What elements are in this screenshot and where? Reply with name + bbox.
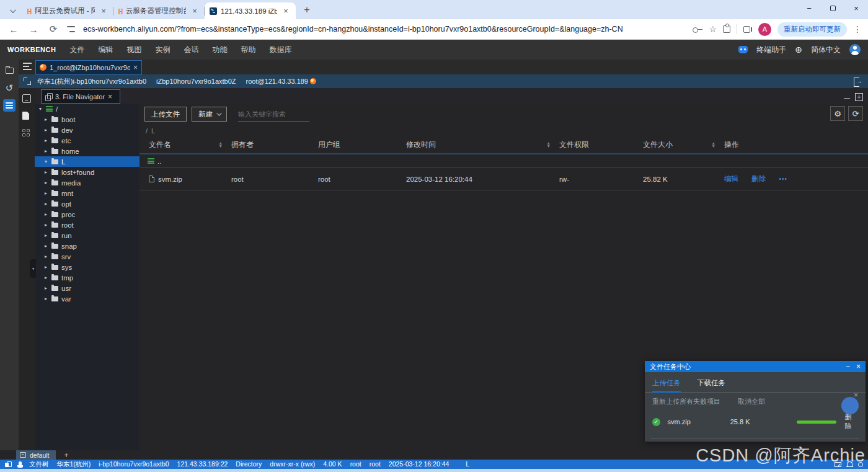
menu-item[interactable]: 视图 — [126, 45, 141, 55]
user-avatar-icon[interactable] — [849, 44, 861, 55]
header-size[interactable]: 文件大小 — [643, 140, 724, 150]
chevron-right-icon[interactable] — [45, 201, 51, 207]
tree-item-lost+found[interactable]: lost+found — [35, 167, 140, 177]
add-panel-icon[interactable] — [855, 93, 863, 101]
delete-link[interactable]: 删除 — [751, 175, 766, 182]
tree-item-proc[interactable]: proc — [35, 209, 140, 220]
retry-failed-link[interactable]: 重新上传所有失败项目 — [652, 397, 720, 406]
browser-tab-active[interactable]: 121.43.33.189 iZbp10horu7v... — [205, 2, 296, 19]
chevron-right-icon[interactable] — [45, 190, 51, 196]
chevron-down-icon[interactable] — [39, 106, 46, 112]
header-modified[interactable]: 修改时间 — [406, 140, 559, 150]
tree-item-mnt[interactable]: mnt — [35, 188, 140, 198]
chevron-right-icon[interactable] — [45, 117, 51, 122]
add-session-icon[interactable] — [795, 45, 802, 55]
password-key-icon[interactable] — [693, 27, 702, 32]
tree-item-srv[interactable]: srv — [35, 251, 140, 262]
profile-avatar[interactable]: A — [758, 23, 771, 36]
new-tab-button[interactable] — [299, 2, 314, 17]
tree-item-run[interactable]: run — [35, 230, 140, 241]
bookmark-star-icon[interactable] — [709, 24, 717, 35]
browser-menu-icon[interactable] — [853, 24, 862, 35]
chevron-right-icon[interactable] — [45, 169, 51, 175]
chevron-right-icon[interactable] — [45, 296, 51, 301]
terminal-panel-icon[interactable] — [22, 94, 31, 103]
minimize-button[interactable] — [797, 0, 821, 16]
menu-item[interactable]: 数据库 — [269, 45, 291, 55]
disconnect-icon[interactable] — [854, 78, 862, 86]
expand-icon[interactable] — [24, 78, 31, 85]
terminal-tab-default[interactable]: default — [16, 450, 56, 460]
close-icon[interactable] — [99, 6, 108, 16]
search-box[interactable] — [238, 107, 309, 122]
menu-item[interactable]: 文件 — [69, 45, 84, 55]
tree-item-etc[interactable]: etc — [35, 135, 140, 146]
back-button[interactable] — [6, 24, 21, 35]
close-icon[interactable] — [108, 92, 112, 101]
tree-item-snap[interactable]: snap — [35, 241, 140, 251]
tab-download-tasks[interactable]: 下载任务 — [697, 378, 725, 393]
files-status-icon[interactable] — [5, 461, 11, 468]
close-icon[interactable] — [856, 362, 861, 371]
tree-item-usr[interactable]: usr — [35, 283, 140, 293]
instances-button[interactable] — [3, 99, 16, 112]
history-button[interactable] — [3, 82, 16, 94]
chevron-right-icon[interactable] — [45, 212, 51, 217]
search-input[interactable] — [238, 110, 309, 118]
minimize-icon[interactable] — [846, 362, 850, 371]
close-icon[interactable] — [133, 63, 138, 72]
sort-icon[interactable] — [712, 141, 715, 148]
chevron-right-icon[interactable] — [45, 148, 51, 154]
tree-item-sys[interactable]: sys — [35, 262, 140, 272]
tree-item-opt[interactable]: opt — [35, 198, 140, 209]
site-info-icon[interactable] — [66, 25, 78, 33]
browser-tab-1[interactable]: [-] 阿里云免费试用 - 阿里云 — [22, 2, 113, 19]
forward-button[interactable] — [26, 24, 41, 35]
feedback-float-button[interactable] — [841, 397, 859, 414]
terminal-assistant-button[interactable]: 终端助手 — [756, 45, 786, 55]
task-center-header[interactable]: 文件任务中心 — [645, 361, 866, 372]
tree-item-media[interactable]: media — [35, 177, 140, 188]
minimize-panel-icon[interactable] — [844, 91, 850, 102]
table-row[interactable]: svm.zip root root 2025-03-12 16:20:44 rw… — [140, 168, 868, 190]
menu-item[interactable]: 会话 — [184, 45, 198, 55]
menu-item[interactable]: 实例 — [155, 45, 170, 55]
tree-item-boot[interactable]: boot — [35, 114, 140, 125]
tree-item-tmp[interactable]: tmp — [35, 272, 140, 283]
reload-button[interactable] — [46, 24, 61, 35]
tree-item-var[interactable]: var — [35, 293, 140, 304]
new-file-button[interactable]: 新建 — [192, 107, 227, 122]
chevron-right-icon[interactable] — [45, 275, 51, 280]
parent-directory-row[interactable]: .. — [140, 154, 868, 168]
chevron-right-icon[interactable] — [45, 127, 51, 133]
chevron-right-icon[interactable] — [45, 233, 51, 238]
grid-view-icon[interactable] — [22, 129, 30, 136]
chevron-right-icon[interactable] — [45, 254, 51, 259]
chevron-right-icon[interactable] — [45, 243, 51, 249]
chevron-right-icon[interactable] — [45, 264, 51, 270]
chevron-right-icon[interactable] — [45, 222, 51, 228]
chrome-update-button[interactable]: 重新启动即可更新 — [777, 22, 847, 37]
tab-upload-tasks[interactable]: 上传任务 — [652, 378, 681, 393]
sessions-folder-button[interactable] — [3, 65, 16, 77]
menu-item[interactable]: 编辑 — [98, 45, 113, 55]
chevron-right-icon[interactable] — [45, 285, 51, 291]
tree-item-dev[interactable]: dev — [35, 125, 140, 135]
file-page-icon[interactable] — [22, 112, 29, 120]
session-tab[interactable]: 1_root@iZbp10horu7vxr9o1axtb... — [35, 60, 142, 74]
chevron-right-icon[interactable] — [45, 138, 51, 143]
more-actions-icon[interactable] — [779, 176, 787, 182]
breadcrumb-current[interactable]: L — [151, 127, 155, 135]
collapse-tree-handle[interactable] — [30, 259, 36, 278]
task-delete-link[interactable]: 删除 — [845, 412, 858, 431]
cancel-all-link[interactable]: 取消全部 — [738, 397, 765, 406]
session-list-icon[interactable] — [23, 63, 32, 70]
browser-tab-2[interactable]: [-] 云服务器管理控制台 — [113, 2, 205, 19]
add-terminal-icon[interactable] — [64, 451, 69, 460]
menu-item[interactable]: 功能 — [212, 45, 227, 55]
language-button[interactable]: 简体中文 — [811, 45, 841, 55]
tree-item-home[interactable]: home — [35, 146, 140, 156]
header-filename[interactable]: 文件名 — [149, 140, 231, 150]
file-name-cell[interactable]: svm.zip — [149, 176, 231, 183]
chevron-right-icon[interactable] — [45, 180, 51, 185]
